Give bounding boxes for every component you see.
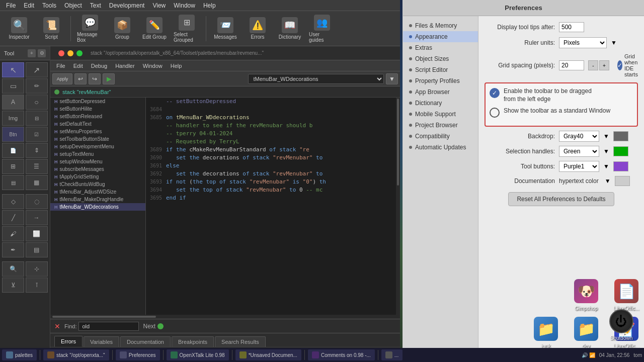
tool-diamond[interactable]: ◇ xyxy=(2,194,24,209)
tool-fill[interactable]: ▤ xyxy=(26,242,48,257)
taskbar-palettes[interactable]: palettes xyxy=(2,349,37,360)
toolbar-edit-group[interactable]: ✏️ Edit Group xyxy=(139,15,170,42)
find-input[interactable] xyxy=(78,322,139,331)
toolbar-messagebox[interactable]: 💬 Message Box xyxy=(75,13,105,45)
tool-file[interactable]: 📄 xyxy=(2,143,24,158)
handler-item[interactable]: HsetupDevelopmentMenu xyxy=(50,143,145,150)
tool-rect[interactable]: ▭ xyxy=(2,78,24,94)
toolbar-group[interactable]: 📦 Group xyxy=(107,15,137,42)
menu-view[interactable]: View xyxy=(148,1,170,10)
taskbar-preferences[interactable]: Preferences xyxy=(116,349,160,360)
handler-item[interactable]: HsubscribeMessages xyxy=(50,165,145,173)
prefs-nav-files[interactable]: Files & Memory xyxy=(403,20,478,31)
tab-search-results[interactable]: Search Results xyxy=(215,336,266,347)
menu-development[interactable]: Development xyxy=(105,1,149,10)
prefs-toolbar-standard-checkbox[interactable] xyxy=(490,108,500,118)
prefs-toolbtn-select[interactable]: Purple1 xyxy=(559,161,599,172)
prefs-nav-app-browser[interactable]: App Browser xyxy=(403,86,478,98)
editor-scrollbar[interactable] xyxy=(396,98,400,315)
tab-documentation[interactable]: Documentation xyxy=(120,336,171,347)
tool-option[interactable]: ☑ xyxy=(26,127,48,142)
desktop-icon-gimpshop[interactable]: 🐶 Gimpshop xyxy=(566,279,606,312)
tool-grid-t[interactable]: ⊞ xyxy=(2,159,24,174)
prefs-toolbtn-dropdown-icon[interactable]: ▼ xyxy=(603,163,609,170)
prefs-nav-object-sizes[interactable]: Object Sizes xyxy=(403,53,478,64)
script-menu-help[interactable]: Help xyxy=(167,62,186,70)
script-menu-debug[interactable]: Debug xyxy=(87,62,111,70)
handler-item[interactable]: HtApplyGridSetting xyxy=(50,173,145,180)
prefs-nav-auto-updates[interactable]: Automatic Updates xyxy=(403,142,478,153)
tool-field[interactable]: ⊟ xyxy=(26,111,48,126)
toolbar-user-guides[interactable]: 👥 User guides xyxy=(307,13,337,45)
menu-tools[interactable]: Tools xyxy=(38,1,60,10)
handler-item[interactable]: HsetupTextMenu xyxy=(50,150,145,158)
handler-item[interactable]: HsetButtonHilite xyxy=(50,105,145,113)
tool-t2[interactable]: ⊺ xyxy=(26,278,48,293)
desktop-icon-libreofc1[interactable]: 📄 LibreOffic... xyxy=(606,279,644,312)
handler-item[interactable]: HtMenuBar_MakeDragHandle xyxy=(50,196,145,203)
prefs-backdrop-swatch[interactable] xyxy=(613,131,628,141)
taskbar-misc[interactable]: ... xyxy=(381,349,403,360)
tab-errors[interactable]: Errors xyxy=(54,336,83,347)
toolbar-messages[interactable]: 📨 Messages xyxy=(210,15,240,42)
prefs-nav-appearance[interactable]: Appearance xyxy=(403,31,478,42)
handler-item[interactable]: HtCheckBuntuWdBug xyxy=(50,180,145,188)
prefs-nav-script-editor[interactable]: Script Editor xyxy=(403,64,478,75)
prefs-selection-swatch[interactable] xyxy=(613,146,628,156)
handler-item[interactable]: HtMenuBar_AdjustWDSize xyxy=(50,188,145,196)
tool-circle[interactable]: ◌ xyxy=(26,194,48,209)
prefs-nav-project-browser[interactable]: Project Browser xyxy=(403,120,478,131)
dropdown-btn[interactable]: ▼ xyxy=(386,73,398,84)
prefs-ruler-select[interactable]: Pixels Inches Centimeters xyxy=(559,37,607,48)
editor-hscrollbar[interactable] xyxy=(50,315,400,319)
tab-variables[interactable]: Variables xyxy=(84,336,119,347)
tool-pen[interactable]: ✒ xyxy=(2,242,24,257)
find-error-icon[interactable]: ✕ xyxy=(54,322,60,330)
tool-brush[interactable]: 🖌 xyxy=(2,226,24,241)
handler-item[interactable]: HsetupWindowMenu xyxy=(50,158,145,165)
prefs-grid-inc[interactable]: + xyxy=(599,60,609,70)
prefs-backdrop-select[interactable]: Gray40 xyxy=(559,131,599,142)
undo-btn[interactable]: ↩ xyxy=(74,73,87,84)
prefs-nav-dictionary[interactable]: Dictionary xyxy=(403,98,478,109)
tool-image[interactable]: Img xyxy=(2,111,24,126)
window-max-btn[interactable] xyxy=(76,50,83,56)
code-area[interactable]: -- setButtonDepressed 3684 3685 on tMenu… xyxy=(146,98,396,315)
tool-settings-btn[interactable]: ⚙ xyxy=(38,49,46,57)
tool-t1[interactable]: ⊻ xyxy=(2,278,24,293)
taskbar-stack[interactable]: stack "/opt/openxta..." xyxy=(43,349,109,360)
desktop-icon-junk[interactable]: 📁 junk xyxy=(526,317,566,349)
tool-eraser[interactable]: ⬜ xyxy=(26,226,48,241)
tab-breakpoints[interactable]: Breakpoints xyxy=(172,336,214,347)
tool-zoom[interactable]: 🔍 xyxy=(2,261,24,277)
script-menu-handler[interactable]: Handler xyxy=(111,62,139,70)
tool-oval[interactable]: ○ xyxy=(26,95,48,110)
tool-list[interactable]: ☰ xyxy=(26,159,48,174)
prefs-nav-property-profiles[interactable]: Property Profiles xyxy=(403,75,478,86)
window-min-btn[interactable] xyxy=(67,50,73,56)
handler-item[interactable]: HsetButtonDepressed xyxy=(50,98,145,105)
prefs-doc-swatch[interactable] xyxy=(615,176,630,186)
tool-label[interactable]: A xyxy=(2,95,24,110)
prefs-toolbtn-swatch[interactable] xyxy=(613,161,628,171)
prefs-tooltips-input[interactable] xyxy=(559,22,584,32)
handler-item[interactable]: HsetMenuProperties xyxy=(50,128,145,135)
menu-edit[interactable]: Edit xyxy=(20,1,38,10)
tool-pencil[interactable]: ✏ xyxy=(26,78,48,94)
tool-btn[interactable]: Btn xyxy=(2,127,24,142)
tool-add-btn[interactable]: + xyxy=(28,49,36,57)
toolbar-select-grouped[interactable]: ⊞ Select Grouped xyxy=(172,13,202,45)
handler-item[interactable]: HsetDefaultText xyxy=(50,120,145,128)
tool-misc1[interactable]: ▤ xyxy=(2,175,24,190)
tool-arrow2[interactable]: → xyxy=(26,210,48,225)
script-menu-file[interactable]: File xyxy=(52,62,69,70)
prefs-doc-dropdown-icon[interactable]: ▼ xyxy=(605,177,611,185)
prefs-toolbar-drag-checkbox[interactable] xyxy=(490,88,500,98)
prefs-grid-dec[interactable]: - xyxy=(588,60,598,70)
prefs-grid-input[interactable] xyxy=(559,60,584,70)
prefs-nav-compatibility[interactable]: Compatibility xyxy=(403,131,478,142)
taskbar-openxtalk[interactable]: OpenXTalk Lite 0.98 xyxy=(167,349,229,360)
play-btn[interactable]: ▶ xyxy=(103,73,115,84)
window-close-btn[interactable] xyxy=(58,50,64,56)
tool-crop[interactable]: ⊹ xyxy=(26,261,48,277)
